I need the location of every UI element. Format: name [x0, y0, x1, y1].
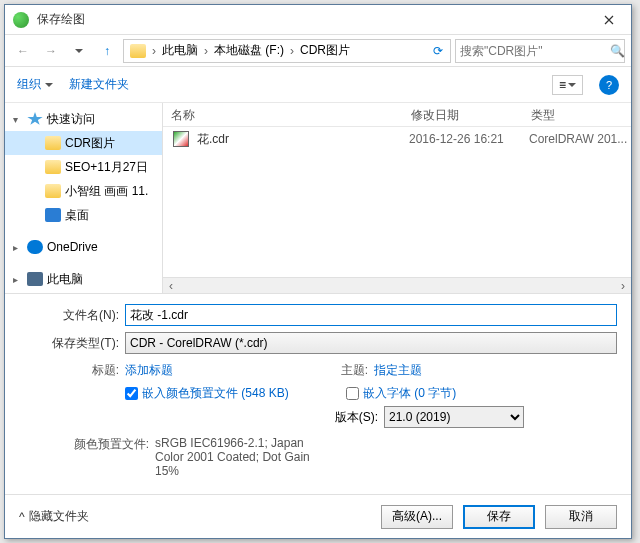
sidebar-item-3[interactable]: 小智组 画画 11. [5, 179, 162, 203]
sidebar-item-1[interactable]: CDR图片 [5, 131, 162, 155]
breadcrumb[interactable]: › 此电脑 › 本地磁盘 (F:) › CDR图片 ⟳ [123, 39, 451, 63]
folder-icon [130, 44, 146, 58]
desk-icon [45, 208, 61, 222]
close-button[interactable] [586, 5, 631, 35]
sidebar-item-label: 快速访问 [47, 111, 95, 128]
embed-color-checkbox[interactable]: 嵌入颜色预置文件 (548 KB) [125, 385, 289, 402]
file-row[interactable]: 花.cdr2016-12-26 16:21CorelDRAW 201... [163, 127, 631, 151]
file-name: 花.cdr [195, 131, 407, 148]
subject-label: 主题: [318, 362, 374, 379]
sidebar-item-0[interactable]: ▾快速访问 [5, 107, 162, 131]
close-icon [604, 15, 614, 25]
filename-input[interactable] [125, 304, 617, 326]
chevron-right-icon: › [150, 44, 158, 58]
sidebar-item-label: OneDrive [47, 240, 98, 254]
chevron-up-icon: ^ [19, 510, 25, 524]
horizontal-scrollbar[interactable]: ‹ › [163, 277, 631, 293]
save-dialog: 保存绘图 ← → ↑ › 此电脑 › 本地磁盘 (F:) › CDR图片 ⟳ 🔍… [4, 4, 632, 539]
sidebar-item-2[interactable]: SEO+11月27日 [5, 155, 162, 179]
tree-expand-icon[interactable]: ▸ [13, 274, 23, 285]
chevron-right-icon: › [202, 44, 210, 58]
folder-icon [45, 160, 61, 174]
view-mode-button[interactable]: ≡ [552, 75, 583, 95]
cloud-icon [27, 240, 43, 254]
file-icon [173, 131, 189, 147]
hide-folders-toggle[interactable]: ^ 隐藏文件夹 [19, 508, 89, 525]
nav-back-button[interactable]: ← [11, 39, 35, 63]
header-name[interactable]: 名称 [163, 103, 403, 126]
titlebar: 保存绘图 [5, 5, 631, 35]
tree-expand-icon[interactable]: ▸ [13, 242, 23, 253]
tree-expand-icon[interactable]: ▾ [13, 114, 23, 125]
version-select[interactable]: 21.0 (2019) [384, 406, 524, 428]
sidebar: ▾快速访问CDR图片SEO+11月27日小智组 画画 11.桌面▸OneDriv… [5, 103, 163, 293]
filename-label: 文件名(N): [19, 307, 125, 324]
color-profile-label: 颜色预置文件: [19, 436, 155, 478]
crumb-0[interactable]: 此电脑 [158, 42, 202, 59]
folder-icon [45, 184, 61, 198]
filetype-select[interactable]: CDR - CorelDRAW (*.cdr) [125, 332, 617, 354]
embed-color-input[interactable] [125, 387, 138, 400]
sidebar-item-6[interactable]: ▸此电脑 [5, 267, 162, 291]
help-button[interactable]: ? [599, 75, 619, 95]
save-button[interactable]: 保存 [463, 505, 535, 529]
embed-font-input[interactable] [346, 387, 359, 400]
nav-recent-button[interactable] [67, 39, 91, 63]
advanced-button[interactable]: 高级(A)... [381, 505, 453, 529]
file-date: 2016-12-26 16:21 [407, 132, 527, 146]
set-subject-link[interactable]: 指定主题 [374, 362, 422, 379]
cancel-button[interactable]: 取消 [545, 505, 617, 529]
sidebar-item-5[interactable]: ▸OneDrive [5, 235, 162, 259]
header-type[interactable]: 类型 [523, 103, 631, 126]
sidebar-item-label: 小智组 画画 11. [65, 183, 148, 200]
title-label: 标题: [19, 362, 125, 379]
scroll-right-icon[interactable]: › [615, 279, 631, 293]
sidebar-item-label: SEO+11月27日 [65, 159, 148, 176]
crumb-2[interactable]: CDR图片 [296, 42, 354, 59]
form-area: 文件名(N): 保存类型(T): CDR - CorelDRAW (*.cdr)… [5, 293, 631, 490]
sidebar-item-label: 桌面 [65, 207, 89, 224]
organize-menu[interactable]: 组织 [17, 76, 53, 93]
search-box[interactable]: 🔍 [455, 39, 625, 63]
search-input[interactable] [460, 44, 610, 58]
embed-font-checkbox[interactable]: 嵌入字体 (0 字节) [346, 385, 456, 402]
search-icon: 🔍 [610, 44, 624, 58]
file-type: CorelDRAW 201... [527, 132, 629, 146]
app-icon [13, 12, 29, 28]
pc-icon [27, 272, 43, 286]
nav-bar: ← → ↑ › 此电脑 › 本地磁盘 (F:) › CDR图片 ⟳ 🔍 [5, 35, 631, 67]
folder-icon [45, 136, 61, 150]
sidebar-item-label: 此电脑 [47, 271, 83, 288]
chevron-down-icon [45, 83, 53, 91]
refresh-button[interactable]: ⟳ [428, 44, 448, 58]
new-folder-button[interactable]: 新建文件夹 [69, 76, 129, 93]
body: ▾快速访问CDR图片SEO+11月27日小智组 画画 11.桌面▸OneDriv… [5, 103, 631, 293]
nav-forward-button[interactable]: → [39, 39, 63, 63]
footer: ^ 隐藏文件夹 高级(A)... 保存 取消 [5, 494, 631, 538]
filetype-label: 保存类型(T): [19, 335, 125, 352]
sidebar-item-4[interactable]: 桌面 [5, 203, 162, 227]
add-title-link[interactable]: 添加标题 [125, 362, 173, 379]
window-title: 保存绘图 [37, 11, 586, 28]
column-headers: 名称 修改日期 类型 [163, 103, 631, 127]
chevron-down-icon [568, 83, 576, 91]
star-icon [27, 112, 43, 126]
scroll-left-icon[interactable]: ‹ [163, 279, 179, 293]
chevron-right-icon: › [288, 44, 296, 58]
file-list: 名称 修改日期 类型 花.cdr2016-12-26 16:21CorelDRA… [163, 103, 631, 293]
toolbar: 组织 新建文件夹 ≡ ? [5, 67, 631, 103]
crumb-1[interactable]: 本地磁盘 (F:) [210, 42, 288, 59]
version-label: 版本(S): [318, 409, 384, 426]
nav-up-button[interactable]: ↑ [95, 39, 119, 63]
header-date[interactable]: 修改日期 [403, 103, 523, 126]
color-profile-value: sRGB IEC61966-2.1; Japan Color 2001 Coat… [155, 436, 335, 478]
sidebar-item-label: CDR图片 [65, 135, 115, 152]
